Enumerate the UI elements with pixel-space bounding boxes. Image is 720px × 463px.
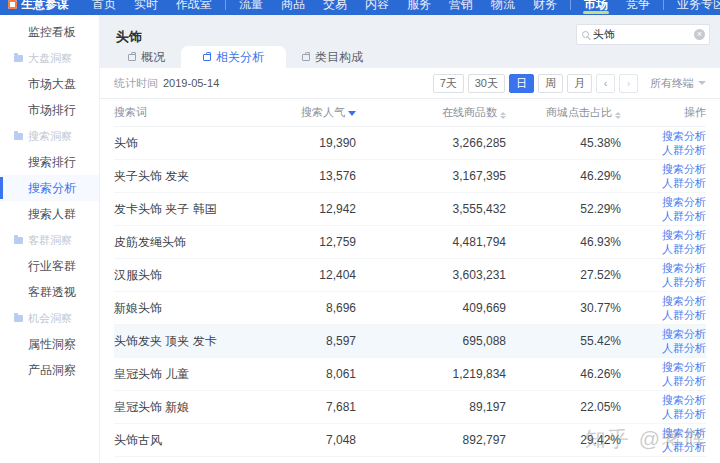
- prev-page-button[interactable]: ‹: [596, 74, 615, 93]
- search-analysis-link[interactable]: 搜索分析: [621, 360, 706, 374]
- nav-item[interactable]: 流量: [230, 0, 272, 15]
- search-analysis-link[interactable]: 搜索分析: [621, 195, 706, 209]
- nav-item[interactable]: 财务: [524, 0, 566, 15]
- search-analysis-link[interactable]: 搜索分析: [621, 162, 706, 176]
- toolbar-controls: 7天 30天 日 周 月 ‹ › 所有终端: [429, 74, 706, 93]
- sidebar-item[interactable]: 搜索洞察: [0, 123, 99, 149]
- folder-icon: [14, 133, 23, 140]
- search-analysis-link[interactable]: 搜索分析: [621, 393, 706, 407]
- col-products[interactable]: 在线商品数: [356, 105, 506, 120]
- col-click-ratio[interactable]: 商城点击占比: [506, 105, 621, 120]
- nav-item[interactable]: 服务: [398, 0, 440, 15]
- tab[interactable]: 相关分析: [181, 46, 286, 68]
- nav-item[interactable]: 实时: [125, 0, 167, 15]
- sidebar-item[interactable]: 监控看板: [0, 19, 99, 45]
- nav-item-label: 实时: [134, 0, 158, 15]
- audience-analysis-link[interactable]: 人群分析: [621, 440, 706, 454]
- table-row: 夹子头饰 发夹 13,576 3,167,395 46.29% 搜索分析 人群分…: [114, 160, 706, 193]
- nav-item-label: 作战室: [176, 0, 212, 15]
- sidebar-item[interactable]: 客群洞察: [0, 227, 99, 253]
- popularity-value: 12,404: [244, 268, 356, 282]
- nav-item[interactable]: 首页: [83, 0, 125, 15]
- table-row: 皇冠头饰 儿童 8,061 1,219,834 46.26% 搜索分析 人群分析: [114, 358, 706, 391]
- sidebar-item[interactable]: 大盘洞察: [0, 45, 99, 71]
- sidebar-item[interactable]: 客群透视: [0, 279, 99, 305]
- folder-icon: [14, 55, 23, 62]
- nav-item[interactable]: 竞争: [617, 0, 659, 15]
- nav-item[interactable]: [570, 0, 571, 10]
- tab[interactable]: 类目构成: [286, 46, 379, 68]
- audience-analysis-link[interactable]: 人群分析: [621, 308, 706, 322]
- nav-item-label: 业务专区: [677, 0, 720, 15]
- nav-item[interactable]: 内容: [356, 0, 398, 15]
- popularity-value: 13,576: [244, 169, 356, 183]
- search-analysis-link[interactable]: 搜索分析: [621, 426, 706, 440]
- nav-item[interactable]: 市场: [575, 0, 617, 15]
- audience-analysis-link[interactable]: 人群分析: [621, 242, 706, 256]
- brand[interactable]: 生意参谋: [8, 0, 69, 15]
- popularity-value: 19,390: [244, 136, 356, 150]
- date-range-button[interactable]: 日: [509, 74, 534, 93]
- terminal-select[interactable]: 所有终端: [650, 76, 706, 91]
- sidebar-item[interactable]: 属性洞察: [0, 331, 99, 357]
- click-ratio-value: 30.77%: [506, 301, 621, 315]
- sidebar-item-label: 客群洞察: [28, 233, 72, 248]
- sidebar-item-label: 客群透视: [28, 284, 76, 301]
- col-popularity[interactable]: 搜索人气: [244, 105, 356, 120]
- stat-date: 2019-05-14: [163, 77, 219, 89]
- search-term: 新娘头饰: [114, 301, 244, 315]
- row-actions: 搜索分析 人群分析: [621, 129, 706, 157]
- audience-analysis-link[interactable]: 人群分析: [621, 176, 706, 190]
- audience-analysis-link[interactable]: 人群分析: [621, 374, 706, 388]
- nav-item[interactable]: 交易: [314, 0, 356, 15]
- audience-analysis-link[interactable]: 人群分析: [621, 341, 706, 355]
- audience-analysis-link[interactable]: 人群分析: [621, 143, 706, 157]
- nav-item-label: 首页: [92, 0, 116, 15]
- sidebar-item[interactable]: 产品洞察: [0, 357, 99, 383]
- nav-item[interactable]: [225, 0, 226, 10]
- sidebar-item[interactable]: 搜索分析: [0, 175, 99, 201]
- table-row: 发卡头饰 夹子 韩国 12,942 3,555,432 52.29% 搜索分析 …: [114, 193, 706, 226]
- nav-item[interactable]: 营销: [440, 0, 482, 15]
- table-row: 头饰古风 7,048 892,797 29.42% 搜索分析 人群分析: [114, 424, 706, 457]
- sidebar-item[interactable]: 市场排行: [0, 97, 99, 123]
- search-analysis-link[interactable]: 搜索分析: [621, 261, 706, 275]
- nav-item[interactable]: 商品: [272, 0, 314, 15]
- date-range-button[interactable]: 7天: [433, 74, 464, 93]
- nav-item[interactable]: 物流: [482, 0, 524, 15]
- search-term: 皇冠头饰 新娘: [114, 400, 244, 414]
- search-term: 皮筋发绳头饰: [114, 235, 244, 249]
- next-page-button[interactable]: ›: [619, 74, 638, 93]
- sidebar-item[interactable]: 搜索排行: [0, 149, 99, 175]
- search-analysis-link[interactable]: 搜索分析: [621, 294, 706, 308]
- sidebar-item[interactable]: 机会洞察: [0, 305, 99, 331]
- search-analysis-link[interactable]: 搜索分析: [621, 129, 706, 143]
- products-value: 1,219,834: [356, 367, 506, 381]
- sidebar-item-label: 搜索洞察: [28, 129, 72, 144]
- sidebar-item[interactable]: 行业客群: [0, 253, 99, 279]
- tab[interactable]: 概况: [112, 46, 181, 68]
- search-term: 头饰: [114, 136, 244, 150]
- sidebar-item[interactable]: 搜索人群: [0, 201, 99, 227]
- audience-analysis-link[interactable]: 人群分析: [621, 407, 706, 421]
- sidebar-item[interactable]: 市场大盘: [0, 71, 99, 97]
- popularity-value: 12,759: [244, 235, 356, 249]
- search-term: 发卡头饰 夹子 韩国: [114, 202, 244, 216]
- nav-item[interactable]: [663, 0, 664, 10]
- row-actions: 搜索分析 人群分析: [621, 261, 706, 289]
- nav-item-label: 内容: [365, 0, 389, 15]
- search-input[interactable]: [593, 29, 694, 41]
- audience-analysis-link[interactable]: 人群分析: [621, 275, 706, 289]
- date-range-button[interactable]: 30天: [468, 74, 505, 93]
- clear-icon[interactable]: [694, 29, 705, 40]
- nav-item[interactable]: 作战室: [167, 0, 221, 15]
- date-range-button[interactable]: 月: [567, 74, 592, 93]
- nav-item[interactable]: 业务专区: [668, 0, 720, 15]
- row-actions: 搜索分析 人群分析: [621, 327, 706, 355]
- popularity-value: 12,942: [244, 202, 356, 216]
- audience-analysis-link[interactable]: 人群分析: [621, 209, 706, 223]
- date-range-button[interactable]: 周: [538, 74, 563, 93]
- search-analysis-link[interactable]: 搜索分析: [621, 327, 706, 341]
- sidebar-item-label: 搜索人群: [28, 206, 76, 223]
- search-analysis-link[interactable]: 搜索分析: [621, 228, 706, 242]
